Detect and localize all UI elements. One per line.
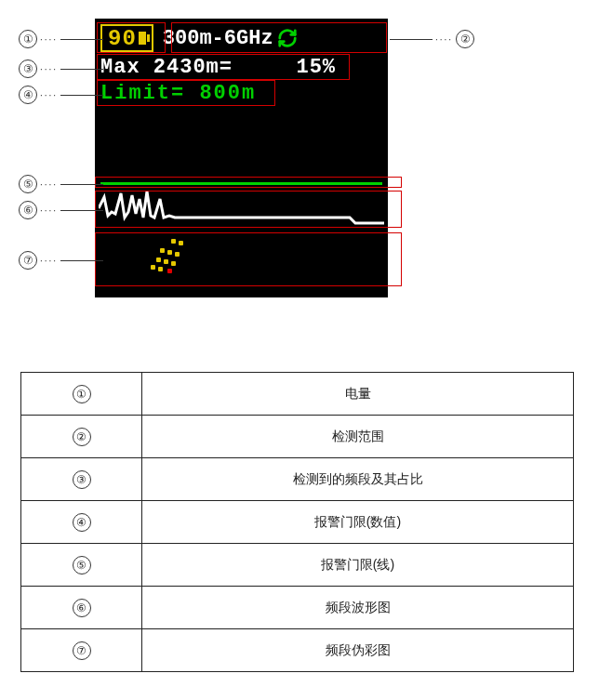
table-row: ③ 检测到的频段及其占比 xyxy=(21,458,574,501)
callout-1: ① ···· xyxy=(19,30,103,48)
legend-desc: 检测范围 xyxy=(142,416,574,458)
callout-num-1: ① xyxy=(19,30,37,48)
legend-desc: 报警门限(线) xyxy=(142,544,574,587)
highlight-box-1 xyxy=(97,22,166,53)
legend-table: ① 电量 ② 检测范围 ③ 检测到的频段及其占比 ④ 报警门限(数值) ⑤ 报警… xyxy=(20,372,574,672)
table-row: ② 检测范围 xyxy=(21,416,574,458)
highlight-box-3 xyxy=(97,54,350,80)
legend-table-body: ① 电量 ② 检测范围 ③ 检测到的频段及其占比 ④ 报警门限(数值) ⑤ 报警… xyxy=(21,373,574,672)
legend-num: ④ xyxy=(73,513,91,532)
table-row: ⑥ 频段波形图 xyxy=(21,587,574,629)
callout-num-7: ⑦ xyxy=(19,251,37,270)
legend-desc: 报警门限(数值) xyxy=(142,501,574,544)
annotated-diagram: 90 300m-6GHz Max 2430m= 15% xyxy=(0,19,599,335)
callout-5: ⑤ ···· xyxy=(19,175,103,193)
legend-desc: 频段伪彩图 xyxy=(142,629,574,672)
table-row: ⑦ 频段伪彩图 xyxy=(21,629,574,672)
callout-7: ⑦ ···· xyxy=(19,251,103,270)
callout-num-6: ⑥ xyxy=(19,201,37,219)
legend-num: ⑤ xyxy=(73,556,91,575)
callout-3: ③ ···· xyxy=(19,59,103,78)
callout-num-4: ④ xyxy=(19,86,37,104)
legend-desc: 电量 xyxy=(142,373,574,416)
legend-num: ① xyxy=(73,385,91,403)
callout-2: ② ···· xyxy=(390,30,474,48)
callout-num-5: ⑤ xyxy=(19,175,37,193)
highlight-box-4 xyxy=(97,80,275,106)
legend-num: ⑥ xyxy=(73,599,91,617)
highlight-box-7 xyxy=(95,232,402,286)
table-row: ④ 报警门限(数值) xyxy=(21,501,574,544)
legend-desc: 检测到的频段及其占比 xyxy=(142,458,574,501)
legend-num: ② xyxy=(73,428,91,446)
table-row: ① 电量 xyxy=(21,373,574,416)
callout-num-3: ③ xyxy=(19,59,37,78)
callout-6: ⑥ ···· xyxy=(19,201,103,219)
table-row: ⑤ 报警门限(线) xyxy=(21,544,574,587)
highlight-box-6 xyxy=(95,191,402,228)
highlight-box-5 xyxy=(95,177,402,188)
legend-num: ③ xyxy=(73,470,91,489)
legend-num: ⑦ xyxy=(73,641,91,660)
callout-num-2: ② xyxy=(456,30,474,48)
highlight-box-2 xyxy=(171,22,387,53)
callout-4: ④ ···· xyxy=(19,86,103,104)
legend-desc: 频段波形图 xyxy=(142,587,574,629)
